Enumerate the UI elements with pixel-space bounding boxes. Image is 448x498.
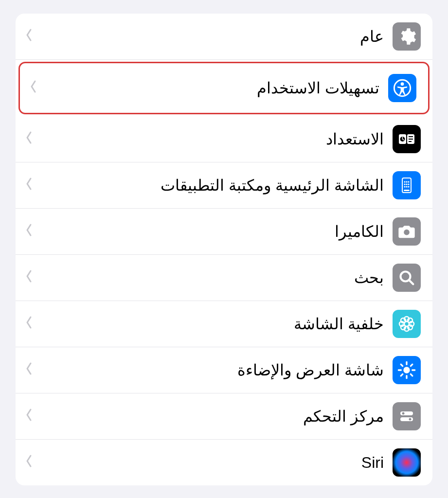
setting-row-standby[interactable]: الاستعداد (16, 116, 432, 162)
chevron-left-icon (25, 177, 33, 194)
setting-row-display-brightness[interactable]: شاشة العرض والإضاءة (16, 347, 432, 393)
home-screen-icon (393, 171, 421, 199)
setting-label: الشاشة الرئيسية ومكتبة التطبيقات (33, 176, 384, 195)
svg-point-43 (409, 418, 412, 421)
setting-label: شاشة العرض والإضاءة (33, 361, 384, 379)
setting-label: مركز التحكم (33, 407, 384, 426)
setting-label: الكاميرا (33, 222, 384, 241)
svg-point-14 (408, 183, 409, 185)
svg-point-17 (408, 186, 409, 187)
chevron-left-icon (25, 223, 33, 240)
svg-point-19 (404, 230, 410, 235)
siri-icon (393, 448, 421, 477)
setting-row-siri[interactable]: Siri (16, 440, 432, 485)
svg-rect-5 (409, 136, 413, 137)
chevron-left-icon (25, 269, 33, 286)
brightness-icon (393, 356, 421, 384)
chevron-left-icon (25, 316, 33, 333)
setting-label: خلفية الشاشة (33, 315, 384, 333)
svg-point-15 (404, 186, 405, 187)
svg-line-39 (411, 364, 412, 366)
svg-rect-7 (409, 141, 412, 142)
setting-label: Siri (33, 454, 384, 472)
chevron-left-icon (25, 362, 33, 379)
wallpaper-icon (393, 310, 421, 338)
chevron-left-icon (25, 408, 33, 425)
setting-label: عام (33, 27, 384, 46)
setting-label: تسهيلات الاستخدام (37, 79, 379, 97)
setting-row-control-center[interactable]: مركز التحكم (16, 393, 432, 440)
svg-line-36 (401, 364, 403, 366)
svg-point-9 (404, 181, 405, 182)
standby-icon (393, 125, 421, 153)
control-center-icon (393, 402, 421, 430)
chevron-left-icon (30, 80, 37, 97)
svg-line-21 (409, 280, 413, 284)
svg-point-12 (404, 183, 405, 185)
camera-icon (393, 217, 421, 246)
setting-row-camera[interactable]: الكاميرا (16, 209, 432, 255)
svg-point-13 (406, 183, 407, 185)
setting-row-accessibility[interactable]: تسهيلات الاستخدام (18, 62, 430, 114)
svg-line-37 (411, 374, 412, 376)
svg-point-11 (408, 181, 409, 182)
svg-point-41 (402, 412, 405, 415)
setting-row-general[interactable]: عام (16, 14, 432, 60)
setting-label: بحث (33, 268, 384, 287)
search-icon (393, 264, 421, 292)
svg-rect-18 (404, 190, 410, 191)
gear-icon (393, 22, 421, 51)
svg-point-16 (406, 186, 407, 187)
accessibility-icon (388, 74, 416, 102)
chevron-left-icon (25, 28, 33, 45)
chevron-left-icon (25, 131, 33, 148)
svg-point-10 (406, 181, 407, 182)
setting-label: الاستعداد (33, 130, 384, 148)
chevron-left-icon (25, 454, 33, 471)
settings-list: عام تسهيلات الاستخدام الاستعداد الشاشة ا… (16, 14, 432, 485)
svg-rect-6 (409, 139, 413, 140)
setting-row-wallpaper[interactable]: خلفية الشاشة (16, 301, 432, 347)
svg-point-1 (401, 82, 404, 86)
svg-line-38 (401, 374, 403, 376)
svg-point-31 (403, 367, 410, 373)
setting-row-home-screen[interactable]: الشاشة الرئيسية ومكتبة التطبيقات (16, 162, 432, 209)
setting-row-search[interactable]: بحث (16, 255, 432, 301)
